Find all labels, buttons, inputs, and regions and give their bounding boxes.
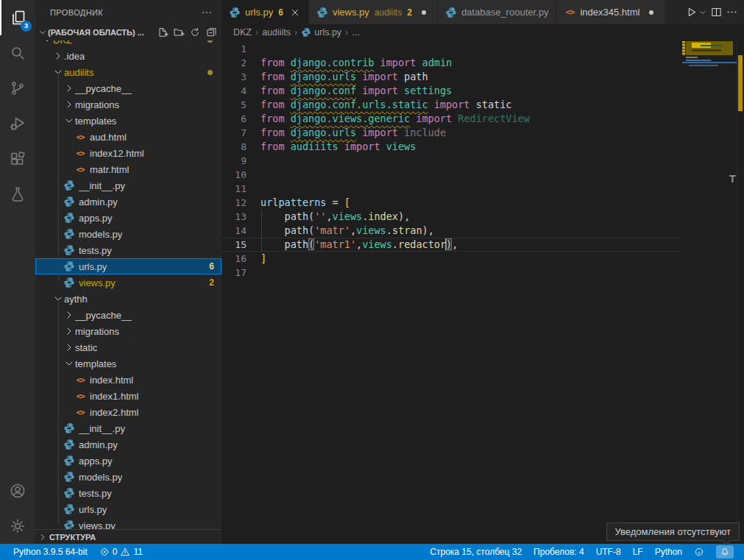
tree-file-admin-py[interactable]: admin.py [35, 436, 222, 453]
line-number[interactable]: 12 [222, 196, 247, 210]
activity-item-settings[interactable] [0, 508, 35, 544]
line-number[interactable]: 14 [222, 224, 247, 238]
tree-folder-aythh[interactable]: aythh [35, 291, 222, 307]
collapse-all-icon[interactable] [205, 26, 217, 38]
status-encoding[interactable]: UTF-8 [590, 544, 627, 560]
line-number[interactable]: 10 [222, 168, 247, 182]
editor-scrollbar[interactable] [737, 40, 744, 544]
tree-folder-migrations[interactable]: migrations [35, 96, 222, 113]
tree-file-models-py[interactable]: models.py [35, 469, 222, 485]
folder-problem-dot [208, 40, 213, 43]
workspace-section-header[interactable]: (РАБОЧАЯ ОБЛАСТЬ) ... [35, 24, 222, 40]
breadcrumb-item[interactable]: urls.py [301, 27, 341, 38]
tree-folder-migrations[interactable]: migrations [35, 323, 222, 339]
tree-item-label: aud.html [90, 132, 127, 143]
line-number[interactable]: 9 [222, 154, 247, 168]
breadcrumb-separator: › [255, 27, 258, 38]
activity-item-extensions[interactable] [0, 141, 35, 177]
activity-item-search[interactable] [0, 35, 35, 71]
status-problems[interactable]: 011 [93, 544, 149, 560]
breadcrumb-item[interactable]: DKZ [233, 27, 252, 38]
tree-file--init-py[interactable]: __init__.py [35, 177, 222, 194]
tree-file-admin-py[interactable]: admin.py [35, 194, 222, 210]
html-file-icon: <> [74, 131, 86, 143]
tree-file-index12-html[interactable]: <>index12.html [35, 145, 222, 161]
tree-folder--idea[interactable]: .idea [35, 48, 222, 64]
tree-file-urls-py[interactable]: urls.py6 [35, 258, 222, 274]
breadcrumb-label: ... [352, 27, 359, 38]
line-number[interactable]: 2 [222, 56, 247, 70]
notifications-bell[interactable] [716, 545, 734, 559]
tab-index345-html[interactable]: <>index345.html [556, 0, 665, 24]
activity-item-source-control[interactable] [0, 71, 35, 106]
tree-file-tests-py[interactable]: tests.py [35, 242, 222, 258]
line-number[interactable]: 5 [222, 98, 247, 112]
tree-folder-dkz[interactable]: DKZ [35, 40, 222, 48]
tab-label: urls.py [245, 7, 273, 18]
line-number[interactable]: 3 [222, 70, 247, 84]
tree-file-models-py[interactable]: models.py [35, 226, 222, 242]
line-number[interactable]: 15 [222, 238, 247, 252]
status-bar: Python 3.9.5 64-bit011 Строка 15, столбе… [0, 544, 744, 560]
new-folder-icon[interactable] [173, 26, 185, 38]
status-indentation[interactable]: Пробелов: 4 [528, 544, 590, 560]
activity-item-explorer[interactable]: 3 [0, 0, 35, 35]
line-number[interactable]: 1 [222, 42, 247, 56]
tree-file-index2-html[interactable]: <>index2.html [35, 404, 222, 420]
explorer-more-actions-icon[interactable] [201, 7, 213, 18]
tree-file-views-py[interactable]: views.py [35, 517, 222, 529]
run-python-file-icon[interactable] [685, 6, 698, 18]
dirty-indicator-icon[interactable] [645, 7, 657, 18]
breadcrumb-item[interactable]: ... [352, 27, 359, 38]
dirty-indicator-icon[interactable] [418, 7, 430, 18]
refresh-icon[interactable] [189, 26, 201, 38]
minimap[interactable] [682, 40, 737, 544]
tree-file-views-py[interactable]: views.py2 [35, 274, 222, 291]
tab-urls-py[interactable]: urls.py6 [222, 0, 309, 24]
tree-folder--pycache-[interactable]: __pycache__ [35, 80, 222, 96]
tree-folder-static[interactable]: static [35, 339, 222, 355]
activity-item-account[interactable] [0, 473, 35, 508]
line-number[interactable]: 13 [222, 210, 247, 224]
line-number[interactable]: 8 [222, 140, 247, 154]
tree-file-index1-html[interactable]: <>index1.html [35, 388, 222, 404]
run-dropdown-icon[interactable] [698, 8, 707, 17]
tree-file--init-py[interactable]: __init__.py [35, 420, 222, 436]
line-number[interactable]: 17 [222, 266, 247, 280]
status-notifications[interactable] [710, 544, 740, 560]
status-line-col[interactable]: Строка 15, столбец 32 [424, 544, 528, 560]
tree-file-index-html[interactable]: <>index.html [35, 372, 222, 388]
line-number[interactable]: 4 [222, 84, 247, 98]
tree-file-matr-html[interactable]: <>matr.html [35, 161, 222, 177]
tree-folder-audiiits[interactable]: audiiits [35, 64, 222, 80]
tree-folder--pycache-[interactable]: __pycache__ [35, 307, 222, 323]
outline-section-header[interactable]: СТРУКТУРА [35, 529, 222, 544]
tree-folder-templates[interactable]: templates [35, 113, 222, 129]
code-editor[interactable]: 12from django.contrib import admin3from … [222, 40, 744, 544]
close-icon[interactable] [289, 7, 301, 18]
status-feedback[interactable] [688, 544, 710, 560]
tab-label: database_roouter.py [461, 7, 549, 18]
tab-views-py[interactable]: views.pyaudiiits2 [309, 0, 438, 24]
status-eol[interactable]: LF [627, 544, 649, 560]
tree-folder-templates[interactable]: templates [35, 355, 222, 372]
activity-item-run-and-debug[interactable] [0, 106, 35, 141]
tree-file-aud-html[interactable]: <>aud.html [35, 129, 222, 145]
line-number[interactable]: 6 [222, 112, 247, 126]
tree-file-urls-py[interactable]: urls.py [35, 501, 222, 517]
split-editor-icon[interactable] [710, 6, 723, 18]
new-file-icon[interactable] [157, 26, 169, 38]
line-number[interactable]: 11 [222, 182, 247, 196]
status-language[interactable]: Python [649, 544, 688, 560]
line-number[interactable]: 7 [222, 126, 247, 140]
line-number[interactable]: 16 [222, 252, 247, 266]
breadcrumb-item[interactable]: audiiits [262, 27, 291, 38]
line-content [247, 154, 261, 168]
tree-file-apps-py[interactable]: apps.py [35, 210, 222, 226]
tree-file-apps-py[interactable]: apps.py [35, 453, 222, 469]
status-python-interpreter[interactable]: Python 3.9.5 64-bit [7, 544, 93, 560]
tab-database-roouter-py[interactable]: database_roouter.py [438, 0, 557, 24]
activity-item-testing[interactable] [0, 177, 35, 212]
more-actions-icon[interactable] [726, 6, 738, 18]
tree-file-tests-py[interactable]: tests.py [35, 485, 222, 501]
